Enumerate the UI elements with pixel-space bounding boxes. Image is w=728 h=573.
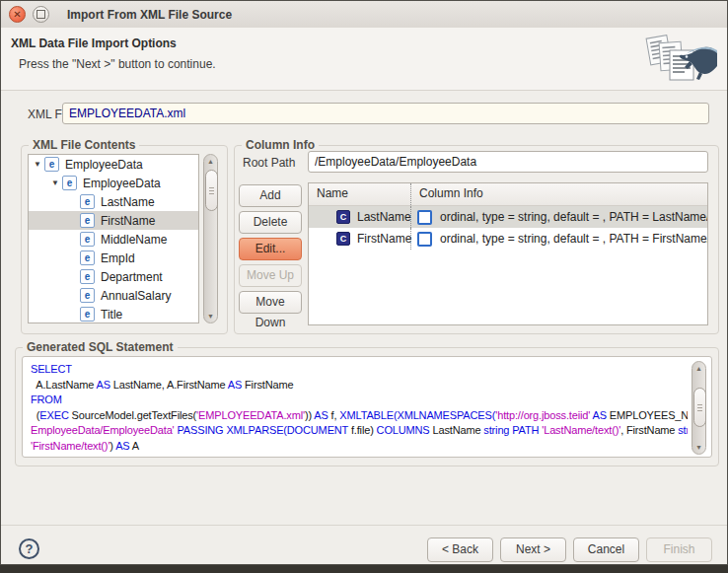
titlebar[interactable]: ✕ Import From XML File Source — [1, 1, 727, 28]
table-row-firstname[interactable]: CFirstNameordinal, type = string, defaul… — [309, 228, 707, 250]
root-path-input[interactable] — [308, 151, 708, 173]
sql-token: PATH — [512, 424, 539, 436]
sql-line: FROM — [31, 393, 688, 408]
column-info-column-header[interactable]: Column Info — [411, 183, 707, 205]
tree-item-empid[interactable]: eEmpId — [29, 249, 198, 267]
wizard-navigation-buttons: < BackNext >CancelFinish — [427, 537, 712, 562]
help-button[interactable]: ? — [19, 538, 39, 559]
close-button[interactable]: ✕ — [9, 6, 26, 23]
sql-scrollbar[interactable]: ▲ ▼ — [692, 361, 706, 455]
columns-table-header: Name Column Info — [309, 183, 707, 206]
expander-icon[interactable]: ▼ — [31, 160, 44, 169]
xml-file-contents-title: XML File Contents — [29, 138, 139, 152]
tree-item-label: LastName — [101, 195, 155, 209]
maximize-button[interactable] — [33, 6, 49, 23]
edit-button[interactable]: Edit... — [239, 238, 302, 260]
sql-line: (EXEC SourceModel.getTextFiles('EMPLOYEE… — [31, 408, 688, 424]
sql-token: f.file) — [348, 424, 377, 436]
scroll-down-icon[interactable]: ▼ — [204, 313, 217, 320]
sql-token: XMLPARSE(DOCUMENT — [226, 424, 348, 436]
sql-token: AS — [228, 379, 242, 391]
tree-item-employeedata[interactable]: ▼eEmployeeData — [29, 155, 198, 174]
desktop-background: ✕ Import From XML File Source XML Data F… — [0, 0, 728, 573]
columns-table-body: CLastNameordinal, type = string, default… — [309, 206, 707, 250]
name-cell: CLastName — [309, 206, 411, 228]
sql-token: 'LastName/text()' — [542, 424, 620, 436]
tree-item-label: Department — [101, 270, 163, 284]
tree-item-firstname[interactable]: eFirstName — [29, 211, 198, 230]
xml-element-icon: e — [80, 288, 95, 303]
tree-item-label: Title — [101, 308, 122, 322]
wizard-banner: XML Data File Import Options Press the "… — [1, 28, 727, 91]
xml-file-input[interactable] — [62, 103, 709, 124]
info-cell: ordinal, type = string, default = , PATH… — [411, 228, 708, 250]
sql-token: FROM — [31, 394, 62, 405]
add-button[interactable]: Add — [239, 184, 302, 207]
sql-line: SELECT — [31, 362, 688, 378]
back-button[interactable]: < Back — [427, 537, 493, 562]
delete-button[interactable]: Delete — [239, 211, 302, 234]
sql-token: PASSING — [177, 424, 223, 436]
movedown-button[interactable]: Move Down — [239, 291, 302, 314]
finish-button: Finish — [646, 537, 712, 562]
tree-item-lastname[interactable]: eLastName — [29, 192, 198, 211]
tree-item-employeedata[interactable]: ▼eEmployeeData — [29, 174, 198, 192]
sql-token: SourceModel.getTextFiles( — [69, 409, 196, 421]
ordinal-checkbox[interactable] — [417, 210, 432, 225]
column-name: FirstName — [357, 232, 411, 246]
tree-item-annualsalary[interactable]: eAnnualSalary — [29, 286, 198, 305]
scroll-up-icon[interactable]: ▲ — [692, 365, 705, 372]
name-cell: CFirstName — [309, 228, 411, 250]
banner-title: XML Data File Import Options — [11, 36, 177, 50]
help-icon: ? — [26, 541, 34, 556]
sql-token: string — [483, 424, 509, 436]
xml-element-icon: e — [80, 269, 95, 284]
sql-token: 'http://org.jboss.teiid' — [495, 409, 590, 421]
sql-line: EmployeeData/EmployeeData' PASSING XMLPA… — [31, 423, 688, 439]
sql-line: A.LastName AS LastName, A.FirstName AS F… — [31, 378, 688, 394]
ordinal-checkbox[interactable] — [417, 232, 432, 247]
column-action-buttons: AddDeleteEdit...Move UpMove Down — [239, 184, 302, 314]
sql-token: LastName — [430, 424, 484, 436]
xml-contents-tree[interactable]: ▼eEmployeeData▼eEmployeeDataeLastNameeFi… — [28, 154, 199, 323]
scroll-up-icon[interactable]: ▲ — [204, 158, 217, 165]
sql-token: 'FirstName/text()' — [31, 440, 109, 452]
expander-icon[interactable]: ▼ — [48, 179, 62, 187]
tree-scrollbar-thumb[interactable] — [205, 170, 218, 211]
sql-token: AS — [97, 379, 110, 391]
tree-item-title[interactable]: eTitle — [29, 305, 198, 323]
sql-token: EXEC — [39, 409, 68, 421]
sql-statement-text: SELECT A.LastName AS LastName, A.FirstNa… — [31, 362, 688, 454]
tree-item-department[interactable]: eDepartment — [29, 267, 198, 286]
moveup-button: Move Up — [239, 264, 302, 287]
sql-token: EmployeeData/EmployeeData' — [31, 424, 175, 436]
sql-token: COLUMNS — [377, 424, 430, 436]
columns-table[interactable]: Name Column Info CLastNameordinal, type … — [308, 182, 708, 325]
sql-statement-panel[interactable]: SELECT A.LastName AS LastName, A.FirstNa… — [22, 356, 712, 458]
tree-scrollbar[interactable]: ▲ ▼ — [203, 154, 218, 323]
sql-scrollbar-thumb[interactable] — [693, 388, 706, 427]
sql-token: string — [678, 424, 688, 436]
generated-sql-title: Generated SQL Statement — [23, 340, 178, 354]
sql-token: FirstName — [242, 379, 293, 391]
next-button[interactable]: Next > — [500, 537, 566, 562]
xml-file-contents-group: XML File Contents ▼eEmployeeData▼eEmploy… — [21, 145, 228, 334]
tree-item-label: EmployeeData — [83, 177, 161, 190]
sql-token: XMLTABLE(XMLNAMESPACES( — [339, 409, 495, 421]
xml-element-icon: e — [62, 176, 77, 190]
desktop-strip — [0, 565, 728, 573]
sql-token: LastName, A.FirstName — [110, 379, 228, 391]
info-cell: ordinal, type = string, default = , PATH… — [411, 206, 708, 228]
sql-token: AS — [115, 440, 129, 452]
sql-token: EMPLOYEES_NS) , — [607, 409, 688, 421]
cancel-button[interactable]: Cancel — [573, 537, 639, 562]
table-row-lastname[interactable]: CLastNameordinal, type = string, default… — [309, 206, 707, 228]
tree-item-middlename[interactable]: eMiddleName — [29, 230, 198, 249]
sql-token: AS — [314, 409, 328, 421]
column-icon: C — [336, 210, 350, 224]
name-column-header[interactable]: Name — [309, 183, 411, 205]
tree-item-label: EmployeeData — [65, 158, 143, 172]
sql-token: A — [130, 440, 140, 452]
xml-element-icon: e — [80, 232, 95, 247]
scroll-down-icon[interactable]: ▼ — [692, 444, 705, 451]
